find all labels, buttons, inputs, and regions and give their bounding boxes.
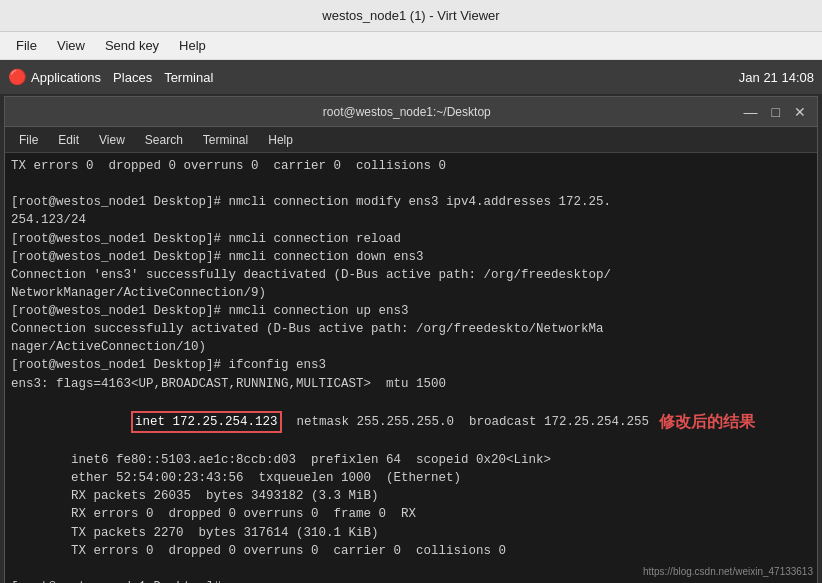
inner-terminal-window: root@westos_node1:~/Desktop — □ ✕ File E… bbox=[4, 96, 818, 583]
terminal-line-10: nager/ActiveConnection/10) bbox=[11, 338, 811, 356]
terminal-line-9: Connection successfully activated (D-Bus… bbox=[11, 320, 811, 338]
terminal-line-inet6: inet6 fe80::5103.ae1c:8ccb:d03 prefixlen… bbox=[11, 451, 811, 469]
inet-line: inet 172.25.254.123 netmask 255.255.255.… bbox=[11, 393, 649, 451]
outer-title-text: westos_node1 (1) - Virt Viewer bbox=[322, 8, 499, 23]
terminal-line-tx: TX packets 2270 bytes 317614 (310.1 KiB) bbox=[11, 524, 811, 542]
gnome-taskbar: 🔴 Applications Places Terminal Jan 21 14… bbox=[0, 60, 822, 94]
inner-menu-search[interactable]: Search bbox=[137, 131, 191, 149]
gnome-datetime: Jan 21 14:08 bbox=[739, 70, 814, 85]
inner-menu-help[interactable]: Help bbox=[260, 131, 301, 149]
watermark: https://blog.csdn.net/weixin_47133613 bbox=[643, 565, 813, 580]
inner-menu-terminal[interactable]: Terminal bbox=[195, 131, 256, 149]
inner-titlebar: root@westos_node1:~/Desktop — □ ✕ bbox=[5, 97, 817, 127]
terminal-line-6: Connection 'ens3' successfully deactivat… bbox=[11, 266, 811, 284]
inner-menu-file[interactable]: File bbox=[11, 131, 46, 149]
inner-menu-view[interactable]: View bbox=[91, 131, 133, 149]
outer-menubar: File View Send key Help bbox=[0, 32, 822, 60]
inet-line-row: inet 172.25.254.123 netmask 255.255.255.… bbox=[11, 393, 811, 451]
terminal-line-4: [root@westos_node1 Desktop]# nmcli conne… bbox=[11, 230, 811, 248]
terminal-line-8: [root@westos_node1 Desktop]# nmcli conne… bbox=[11, 302, 811, 320]
outer-menu-help[interactable]: Help bbox=[171, 36, 214, 55]
inner-title-text: root@westos_node1:~/Desktop bbox=[73, 105, 741, 119]
terminal-line-0: TX errors 0 dropped 0 overruns 0 carrier… bbox=[11, 157, 811, 175]
terminal-line-3: 254.123/24 bbox=[11, 211, 811, 229]
inet-rest: netmask 255.255.255.0 broadcast 172.25.2… bbox=[282, 415, 650, 429]
inner-menubar: File Edit View Search Terminal Help bbox=[5, 127, 817, 153]
outer-titlebar: westos_node1 (1) - Virt Viewer bbox=[0, 0, 822, 32]
terminal-line-rxerr: RX errors 0 dropped 0 overruns 0 frame 0… bbox=[11, 505, 811, 523]
terminal-line-7: NetworkManager/ActiveConnection/9) bbox=[11, 284, 811, 302]
terminal-line-ether: ether 52:54:00:23:43:56 txqueuelen 1000 … bbox=[11, 469, 811, 487]
annotation-text: 修改后的结果 bbox=[659, 410, 755, 433]
outer-menu-view[interactable]: View bbox=[49, 36, 93, 55]
terminal-output[interactable]: TX errors 0 dropped 0 overruns 0 carrier… bbox=[5, 153, 817, 583]
maximize-button[interactable]: □ bbox=[769, 104, 783, 120]
terminal-line-12: ens3: flags=4163<UP,BROADCAST,RUNNING,MU… bbox=[11, 375, 811, 393]
outer-menu-sendkey[interactable]: Send key bbox=[97, 36, 167, 55]
outer-menu-file[interactable]: File bbox=[8, 36, 45, 55]
inner-menu-edit[interactable]: Edit bbox=[50, 131, 87, 149]
gnome-taskbar-left: 🔴 Applications Places Terminal bbox=[8, 68, 213, 86]
terminal-line-5: [root@westos_node1 Desktop]# nmcli conne… bbox=[11, 248, 811, 266]
terminal-line-2: [root@westos_node1 Desktop]# nmcli conne… bbox=[11, 193, 811, 211]
minimize-button[interactable]: — bbox=[741, 104, 761, 120]
close-button[interactable]: ✕ bbox=[791, 104, 809, 120]
inner-titlebar-controls: — □ ✕ bbox=[741, 104, 809, 120]
places-menu[interactable]: Places bbox=[113, 70, 152, 85]
terminal-menu[interactable]: Terminal bbox=[164, 70, 213, 85]
terminal-line-11: [root@westos_node1 Desktop]# ifconfig en… bbox=[11, 356, 811, 374]
terminal-line-1 bbox=[11, 175, 811, 193]
terminal-line-rx: RX packets 26035 bytes 3493182 (3.3 MiB) bbox=[11, 487, 811, 505]
highlighted-inet: inet 172.25.254.123 bbox=[131, 411, 282, 433]
applications-menu[interactable]: 🔴 Applications bbox=[8, 68, 101, 86]
terminal-line-txerr: TX errors 0 dropped 0 overruns 0 carrier… bbox=[11, 542, 811, 560]
apps-icon: 🔴 bbox=[8, 68, 27, 86]
applications-label: Applications bbox=[31, 70, 101, 85]
